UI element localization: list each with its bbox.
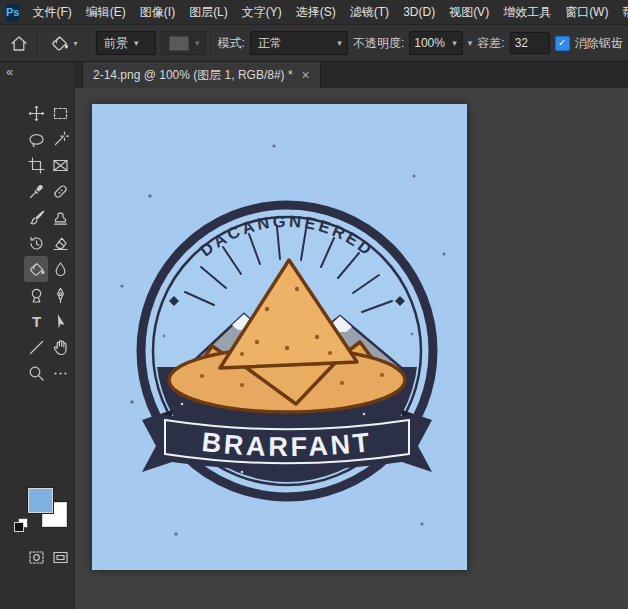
fill-source-value: 前景 — [104, 35, 128, 52]
clone-stamp-tool[interactable] — [48, 204, 72, 230]
lasso-icon — [28, 131, 45, 148]
menu-edit[interactable]: 编辑(E) — [79, 0, 133, 24]
frame-tool[interactable] — [48, 152, 72, 178]
pen-tool[interactable] — [48, 282, 72, 308]
mode-dropdown[interactable]: 正常 ▾ — [250, 31, 348, 55]
chevron-down-icon: ▾ — [195, 38, 200, 48]
menu-3d[interactable]: 3D(D) — [396, 0, 442, 24]
badge-banner-text: BRARFANT — [200, 427, 373, 462]
tolerance-label: 容差: — [477, 35, 504, 52]
photoshop-logo-icon: Ps — [6, 4, 19, 21]
pattern-swatch — [169, 36, 189, 51]
menu-help[interactable]: 帮助(H) — [615, 0, 628, 24]
quick-mask-icon — [28, 549, 45, 566]
menu-select[interactable]: 选择(S) — [289, 0, 343, 24]
line-tool[interactable] — [24, 334, 48, 360]
chevron-down-icon: ▾ — [452, 38, 457, 48]
path-selection-tool[interactable] — [48, 308, 72, 334]
tools-panel: « — [0, 62, 75, 609]
foreground-color-swatch[interactable] — [28, 488, 53, 513]
eyedropper-tool[interactable] — [24, 178, 48, 204]
horizontal-type-tool[interactable]: T — [24, 308, 48, 334]
lasso-tool[interactable] — [24, 126, 48, 152]
brush-tool[interactable] — [24, 204, 48, 230]
quick-mask-button[interactable] — [24, 544, 48, 570]
eraser-icon — [52, 235, 69, 252]
mode-label: 模式: — [218, 35, 245, 52]
fill-source-dropdown[interactable]: 前景 ▾ — [96, 31, 156, 55]
brush-icon — [28, 209, 45, 226]
screen-mode-icon — [52, 549, 69, 566]
home-button[interactable] — [6, 30, 32, 56]
default-colors-icon[interactable] — [14, 518, 27, 531]
dodge-tool[interactable] — [24, 282, 48, 308]
svg-text:BRARFANT: BRARFANT — [200, 427, 373, 462]
pen-icon — [52, 287, 69, 304]
menu-layer[interactable]: 图层(L) — [182, 0, 235, 24]
collapse-panel-button[interactable]: « — [6, 64, 13, 79]
hand-tool[interactable] — [48, 334, 72, 360]
crop-tool[interactable] — [24, 152, 48, 178]
divider — [89, 31, 91, 55]
divider — [37, 31, 39, 55]
chevron-down-icon: ▾ — [73, 39, 77, 48]
paint-bucket-tool[interactable] — [24, 256, 48, 282]
tool-options-bar: ▾ 前景 ▾ ▾ 模式: 正常 ▾ 不透明度: ▾ ▾ 容差: ✓ 消除锯齿 — [0, 24, 628, 62]
ellipsis-icon — [52, 365, 69, 382]
paint-bucket-icon — [50, 34, 69, 53]
magnifier-icon — [28, 365, 45, 382]
close-icon[interactable]: × — [302, 68, 310, 82]
opacity-label: 不透明度: — [353, 35, 404, 52]
history-brush-tool[interactable] — [24, 230, 48, 256]
menu-file[interactable]: 文件(F) — [25, 0, 78, 24]
edit-toolbar-button[interactable] — [48, 360, 72, 386]
opacity-combo[interactable]: ▾ — [409, 31, 463, 55]
eyedropper-icon — [28, 183, 45, 200]
move-icon — [28, 105, 45, 122]
menu-image[interactable]: 图像(I) — [133, 0, 182, 24]
move-tool[interactable] — [24, 100, 48, 126]
menu-view[interactable]: 视图(V) — [442, 0, 496, 24]
clone-stamp-icon — [52, 209, 69, 226]
menu-bar: Ps 文件(F) 编辑(E) 图像(I) 图层(L) 文字(Y) 选择(S) 滤… — [0, 0, 628, 24]
pattern-picker-dropdown: ▾ — [161, 31, 206, 55]
antialias-checkbox[interactable]: ✓ — [555, 36, 570, 51]
document-tab[interactable]: 2-14.png @ 100% (图层 1, RGB/8#) * × — [82, 62, 321, 88]
eraser-tool[interactable] — [48, 230, 72, 256]
menu-filter[interactable]: 滤镜(T) — [343, 0, 396, 24]
dodge-icon — [28, 287, 45, 304]
menu-plugins[interactable]: 增效工具 — [496, 0, 558, 24]
magic-wand-tool[interactable] — [48, 126, 72, 152]
chevron-down-icon: ▾ — [337, 38, 342, 48]
type-icon: T — [28, 313, 45, 330]
blur-tool[interactable] — [48, 256, 72, 282]
menu-type[interactable]: 文字(Y) — [235, 0, 289, 24]
line-icon — [28, 339, 45, 356]
home-icon — [10, 35, 28, 52]
frame-icon — [52, 157, 69, 174]
color-swatches — [12, 486, 74, 546]
document-tab-title: 2-14.png @ 100% (图层 1, RGB/8#) * — [93, 67, 293, 84]
paint-bucket-icon — [28, 261, 45, 278]
marquee-icon — [52, 105, 69, 122]
chevron-down-icon: ▾ — [134, 38, 139, 48]
photoshop-window: Ps 文件(F) 编辑(E) 图像(I) 图层(L) 文字(Y) 选择(S) 滤… — [0, 0, 628, 609]
tool-preset-picker[interactable]: ▾ — [44, 30, 84, 56]
document-tab-bar: 2-14.png @ 100% (图层 1, RGB/8#) * × — [74, 62, 628, 88]
healing-brush-icon — [52, 183, 69, 200]
zoom-tool[interactable] — [24, 360, 48, 386]
blur-drop-icon — [52, 261, 69, 278]
tolerance-input[interactable] — [510, 32, 550, 54]
crop-icon — [28, 157, 45, 174]
history-brush-icon — [28, 235, 45, 252]
screen-mode-button[interactable] — [48, 544, 72, 570]
opacity-input[interactable] — [414, 33, 446, 53]
mode-value: 正常 — [258, 35, 282, 52]
svg-text:T: T — [31, 313, 40, 330]
document-canvas[interactable]: DACANGNEERED BRARFANT — [92, 104, 467, 570]
menu-window[interactable]: 窗口(W) — [558, 0, 615, 24]
logo-artwork: DACANGNEERED BRARFANT — [92, 104, 467, 570]
spot-healing-brush-tool[interactable] — [48, 178, 72, 204]
rectangular-marquee-tool[interactable] — [48, 100, 72, 126]
opacity-scrubber-icon[interactable]: ▾ — [468, 38, 473, 48]
